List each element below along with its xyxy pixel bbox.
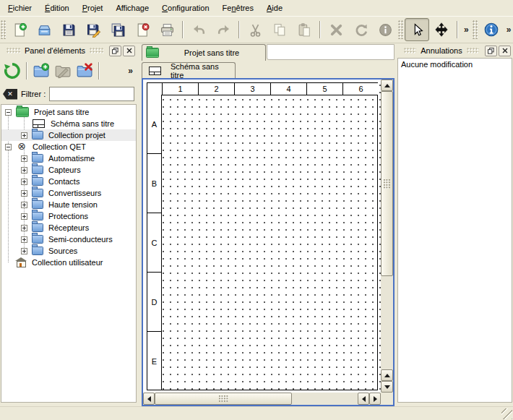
- cut-button[interactable]: [243, 18, 267, 41]
- scroll-right-button[interactable]: [369, 393, 381, 405]
- tree-item[interactable]: Haute tension: [1, 199, 136, 210]
- tree-expand-toggle[interactable]: [21, 167, 27, 173]
- tree-item[interactable]: Capteurs: [1, 164, 136, 176]
- undo-button[interactable]: [186, 18, 211, 41]
- tree-expand-toggle[interactable]: [21, 190, 27, 197]
- scroll-up-button[interactable]: [381, 80, 393, 91]
- tree-item[interactable]: Collection utilisateur: [1, 257, 136, 268]
- element-info-icon: [378, 22, 393, 38]
- redo-button[interactable]: [211, 18, 236, 41]
- tree-item[interactable]: Protections: [1, 210, 136, 222]
- tree-expand-toggle[interactable]: [5, 109, 12, 116]
- toolbar-overflow-button[interactable]: »: [504, 25, 513, 35]
- tree-item[interactable]: Collection QET: [1, 141, 136, 153]
- pan-mode-icon: [434, 22, 449, 38]
- menu-item[interactable]: Affichage: [109, 1, 155, 14]
- vertical-scrollbar-track[interactable]: [381, 276, 393, 369]
- delete-category-icon: [76, 62, 93, 80]
- rotate-button[interactable]: [348, 18, 373, 41]
- new-category-button[interactable]: [30, 60, 52, 82]
- status-bar: [0, 406, 513, 420]
- tree-item[interactable]: Récepteurs: [1, 222, 136, 233]
- toolbar-overflow-button[interactable]: »: [461, 25, 472, 35]
- delete-category-button[interactable]: [74, 60, 95, 82]
- open-document-button[interactable]: [32, 18, 56, 41]
- filter-label: Filtrer :: [21, 90, 46, 98]
- menu-item[interactable]: Fichier: [1, 1, 38, 14]
- save-as-button[interactable]: [81, 18, 105, 41]
- undo-panel-titlebar[interactable]: Annulations: [397, 43, 513, 58]
- tree-item[interactable]: Sources: [1, 245, 136, 257]
- vertical-scrollbar[interactable]: [381, 80, 393, 393]
- paste-button[interactable]: [292, 18, 316, 41]
- dock-float-button[interactable]: [485, 46, 497, 56]
- resize-grip[interactable]: [501, 408, 512, 419]
- tree-expand-toggle[interactable]: [21, 132, 27, 139]
- edit-category-button[interactable]: [52, 60, 74, 82]
- select-mode-button[interactable]: [405, 18, 429, 41]
- horizontal-scrollbar-thumb[interactable]: [155, 393, 292, 405]
- scroll-left-button-2[interactable]: [358, 393, 369, 405]
- tree-expand-toggle[interactable]: [21, 179, 27, 185]
- toolbar-drag-handle[interactable]: [398, 20, 403, 39]
- horizontal-scrollbar-track[interactable]: [292, 393, 358, 405]
- scroll-up-button-2[interactable]: [381, 369, 393, 381]
- undo-list-item[interactable]: Aucune modification: [398, 59, 512, 72]
- elements-tree[interactable]: Projet sans titre Schéma sans titre Coll…: [1, 104, 137, 403]
- tree-expand-toggle[interactable]: [21, 236, 27, 243]
- element-info-button[interactable]: [373, 18, 397, 41]
- filter-input[interactable]: [49, 87, 134, 101]
- tree-item[interactable]: Convertisseurs: [1, 187, 136, 199]
- new-category-icon: [33, 62, 50, 80]
- toolbar-drag-handle[interactable]: [473, 20, 478, 39]
- tree-expand-toggle[interactable]: [21, 248, 27, 254]
- tree-expand-toggle[interactable]: [21, 213, 27, 220]
- diagram-canvas[interactable]: 1 2 3 4 5 6: [143, 80, 381, 393]
- tree-item[interactable]: Automatisme: [1, 153, 136, 164]
- diagram-view[interactable]: 1 2 3 4 5 6: [142, 78, 395, 406]
- dock-close-button[interactable]: [123, 46, 135, 56]
- elements-panel-titlebar[interactable]: Panel d'éléments: [0, 43, 137, 58]
- tree-item[interactable]: Semi-conducteurs: [1, 233, 136, 245]
- menu-item[interactable]: Fenêtres: [216, 1, 260, 14]
- tab-project[interactable]: Projet sans titre: [142, 44, 266, 61]
- menu-item[interactable]: Aide: [260, 1, 289, 14]
- toolbar-drag-handle[interactable]: [1, 20, 6, 39]
- menu-item[interactable]: Édition: [38, 1, 76, 14]
- save-button[interactable]: [56, 18, 81, 41]
- close-document-button[interactable]: [130, 18, 155, 41]
- tab-schema[interactable]: Schéma sans titre: [142, 62, 236, 78]
- panel-toolbar-overflow-button[interactable]: »: [125, 66, 136, 76]
- delete-button[interactable]: [324, 18, 348, 41]
- new-document-button[interactable]: [7, 18, 32, 41]
- sheet-row-headers: A B C D E: [147, 95, 162, 390]
- copy-button[interactable]: [267, 18, 292, 41]
- save-all-button[interactable]: [105, 18, 130, 41]
- tree-expand-toggle[interactable]: [5, 144, 12, 150]
- about-qet-button[interactable]: [479, 18, 504, 41]
- scroll-down-button[interactable]: [381, 381, 393, 393]
- dock-close-button[interactable]: [499, 46, 511, 56]
- tree-item[interactable]: Schéma sans titre: [1, 118, 136, 129]
- tree-expand-toggle[interactable]: [21, 155, 27, 162]
- undo-list[interactable]: Aucune modification: [397, 58, 512, 403]
- tree-expand-toggle[interactable]: [21, 202, 27, 208]
- horizontal-scrollbar[interactable]: [143, 393, 381, 405]
- delete-icon: [329, 22, 344, 38]
- tree-item[interactable]: Projet sans titre: [1, 106, 136, 118]
- undo-icon: [191, 22, 207, 38]
- scroll-left-button[interactable]: [143, 393, 155, 405]
- clear-filter-button[interactable]: ✕: [3, 89, 17, 100]
- reload-collections-button[interactable]: [1, 60, 23, 82]
- tree-item-label: Capteurs: [47, 166, 82, 174]
- print-button[interactable]: [155, 18, 179, 41]
- tree-item[interactable]: Collection projet: [1, 129, 136, 141]
- tree-item[interactable]: Contacts: [1, 176, 136, 187]
- tree-expand-toggle[interactable]: [21, 225, 27, 231]
- vertical-scrollbar-thumb[interactable]: [381, 91, 393, 276]
- pan-mode-button[interactable]: [429, 18, 454, 41]
- menu-item[interactable]: Projet: [76, 1, 110, 14]
- dock-float-button[interactable]: [109, 46, 121, 56]
- menu-item[interactable]: Configuration: [155, 1, 215, 14]
- tree-item-label: Projet sans titre: [33, 108, 90, 116]
